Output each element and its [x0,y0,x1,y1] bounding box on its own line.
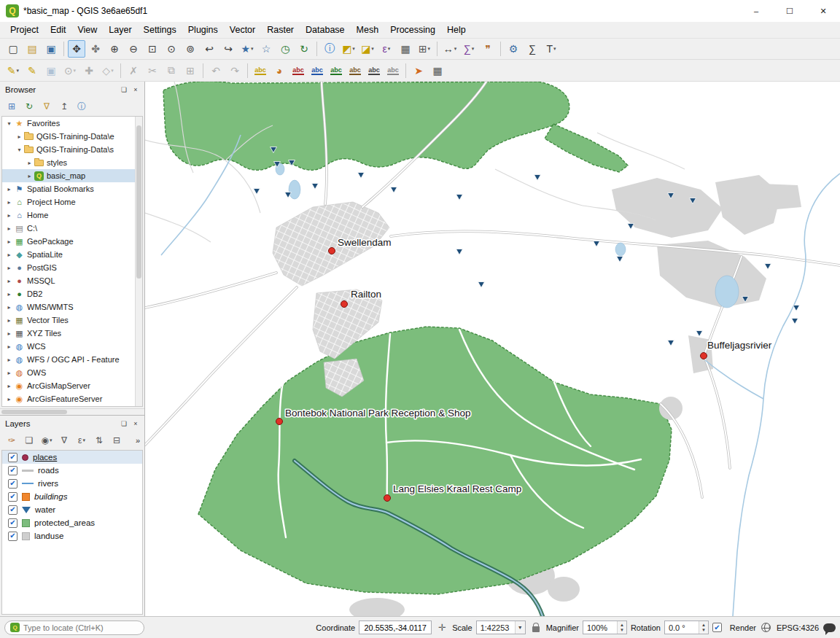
undo-icon[interactable]: ↶ [207,62,225,79]
select-by-expression-icon[interactable]: ε▾ [378,40,395,58]
render-checkbox[interactable]: ✔ [712,623,722,632]
expander-icon[interactable]: ▾ [15,147,24,153]
toggle-editing-icon[interactable]: ✎ [23,62,41,79]
filter-expression-icon[interactable]: ε▾ [74,432,90,448]
crs-globe-icon[interactable] [760,621,773,634]
browser-item-arcgisfeatureserver[interactable]: ▸◉ArcGisFeatureServer [2,392,135,405]
browser-item-home[interactable]: ▸⌂Home [2,209,135,222]
pan-map-icon[interactable]: ✥ [68,40,85,58]
expander-icon[interactable]: ▸ [4,370,14,376]
expander-icon[interactable]: ▸ [25,160,34,166]
map-canvas[interactable]: SwellendamRailtonBuffeljagsrivierBontebo… [145,82,840,616]
measure-icon[interactable]: ↔▾ [441,40,459,58]
expander-icon[interactable]: ▸ [4,265,14,271]
properties-icon[interactable]: ⓘ [74,98,90,114]
spin-down-icon[interactable]: ▼ [699,628,708,633]
layer-visibility-checkbox[interactable]: ✔ [8,532,18,541]
manage-map-themes-icon[interactable]: ◉▾ [39,432,55,448]
scrollbar-thumb[interactable] [136,125,141,279]
annotation-icon[interactable]: T▾ [542,40,560,58]
refresh-map-icon[interactable]: ↻ [295,40,313,58]
browser-item-db2[interactable]: ▸●DB2 [2,287,135,300]
layer-item-landuse[interactable]: ✔landuse [2,529,142,542]
statistics-panel-icon[interactable]: ∑ [524,40,541,58]
open-layer-styling-icon[interactable]: ✑ [4,432,20,448]
map-tips-icon[interactable]: ❞ [479,40,497,58]
browser-item-xyz-tiles[interactable]: ▸▦XYZ Tiles [2,327,135,340]
spin-down-icon[interactable]: ▼ [618,628,626,633]
delete-selected-icon[interactable]: ✗ [125,62,142,79]
layer-visibility-checkbox[interactable]: ✔ [8,466,18,475]
close-button[interactable]: ✕ [806,0,840,22]
maximize-button[interactable]: ☐ [773,0,806,22]
expander-icon[interactable]: ▸ [4,212,14,219]
browser-item-geopackage[interactable]: ▸▦GeoPackage [2,235,135,248]
chevron-down-icon[interactable]: ▾ [352,46,355,52]
menu-database[interactable]: Database [300,22,351,38]
browser-item-qgis-training-data-e[interactable]: ▸QGIS-Training-Data\e [2,130,135,143]
menu-help[interactable]: Help [441,22,472,38]
chevron-down-icon[interactable]: ▾ [111,68,114,74]
pin-labels-icon[interactable]: abc [289,62,307,79]
expander-icon[interactable]: ▸ [15,133,24,140]
browser-item-wms-wmts[interactable]: ▸◍WMS/WMTS [2,300,135,314]
add-selected-layers-icon[interactable]: ⊞ [4,98,20,114]
browser-horizontal-scrollbar[interactable] [0,408,144,415]
copy-features-icon[interactable]: ⧉ [163,62,180,79]
menu-processing[interactable]: Processing [384,22,441,38]
layer-visibility-checkbox[interactable]: ✔ [8,479,18,489]
chevron-down-icon[interactable]: ▾ [454,46,457,52]
browser-item-c[interactable]: ▸▤C:\ [2,222,135,235]
deselect-features-icon[interactable]: ◪▾ [359,40,376,58]
open-attribute-table-icon[interactable]: ▦ [397,40,414,58]
menu-vector[interactable]: Vector [224,22,261,38]
collapse-all-icon[interactable]: ↥ [56,98,72,114]
chevron-down-icon[interactable]: ▾ [428,46,431,52]
filter-browser-icon[interactable]: ∇ [39,98,55,114]
spin-up-icon[interactable]: ▲ [699,623,708,628]
zoom-last-icon[interactable]: ↩ [201,40,218,58]
zoom-in-icon[interactable]: ⊕ [106,40,123,58]
chevron-down-icon[interactable]: ▾ [74,68,77,74]
spin-up-icon[interactable]: ▲ [618,623,626,628]
pan-to-selection-icon[interactable]: ✤ [87,40,104,58]
scale-combo[interactable]: 1:42253 ▼ [476,621,526,634]
zoom-full-icon[interactable]: ⊡ [144,40,161,58]
chevron-down-icon[interactable]: ▾ [472,46,475,52]
coordinate-input[interactable] [359,621,432,634]
layer-item-water[interactable]: ✔water [2,503,142,516]
move-feature-icon[interactable]: ✚ [80,62,98,79]
expander-icon[interactable]: ▸ [25,173,34,179]
expander-icon[interactable]: ▸ [4,252,14,258]
nudge-icon[interactable]: ➤ [410,62,427,79]
browser-item-project-home[interactable]: ▸⌂Project Home [2,195,135,209]
epsg-label[interactable]: EPSG:4326 [777,623,819,632]
menu-mesh[interactable]: Mesh [351,22,385,38]
menu-edit[interactable]: Edit [44,22,72,38]
chevron-down-icon[interactable]: ▼ [515,621,525,634]
field-calculator-icon[interactable]: ⊞▾ [416,40,433,58]
rotation-spinbox[interactable]: 0.0 ° ▲▼ [664,621,709,634]
layer-item-places[interactable]: ✔places [2,451,142,464]
show-bookmarks-icon[interactable]: ☆ [257,40,275,58]
chevron-down-icon[interactable]: ▾ [17,68,20,74]
chevron-down-icon[interactable]: ▾ [388,46,391,52]
expander-icon[interactable]: ▸ [4,383,14,389]
digitize-icon[interactable]: ⊙▾ [61,62,79,79]
toolbar-overflow-chevron[interactable]: » [136,436,140,445]
chevron-down-icon[interactable]: ▾ [82,437,85,443]
expander-icon[interactable]: ▸ [4,357,14,363]
chevron-down-icon[interactable]: ▾ [371,46,374,52]
browser-item-arcgismapserver[interactable]: ▸◉ArcGisMapServer [2,379,135,392]
zoom-to-layer-icon[interactable]: ⊚ [182,40,199,58]
redo-icon[interactable]: ↷ [226,62,244,79]
paste-features-icon[interactable]: ⊞ [182,62,199,79]
vertex-tool-icon[interactable]: ◇▾ [99,62,117,79]
save-project-icon[interactable]: ▣ [42,40,60,58]
identify-features-icon[interactable]: ⓘ [321,40,338,58]
browser-close-button[interactable]: × [130,84,141,96]
move-label-icon[interactable]: abc [327,62,345,79]
toggle-extents-icon[interactable]: ✛ [435,621,448,634]
expander-icon[interactable]: ▸ [4,225,14,232]
browser-item-basic-map[interactable]: ▸Qbasic_map [2,169,135,182]
